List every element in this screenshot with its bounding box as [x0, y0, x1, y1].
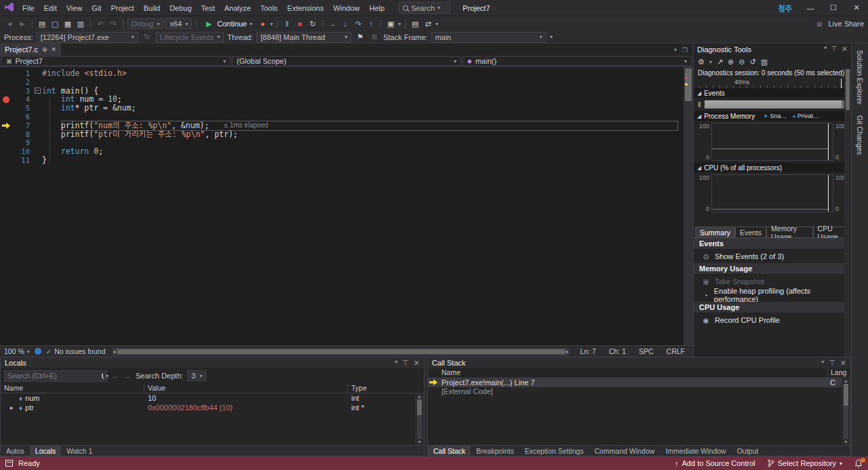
- stop-debugging-icon[interactable]: ■: [294, 20, 305, 28]
- call-stack-frame[interactable]: [External Code]: [428, 387, 850, 397]
- search-back-icon[interactable]: ←: [111, 372, 119, 380]
- show-threads-icon[interactable]: ≣: [369, 33, 380, 41]
- float-window-icon[interactable]: ❐: [682, 47, 688, 54]
- locals-search-input[interactable]: [7, 372, 99, 380]
- close-tab-icon[interactable]: ✕: [51, 46, 56, 53]
- close-button[interactable]: ✕: [845, 0, 868, 16]
- column-header-value[interactable]: Value: [144, 383, 348, 393]
- scroll-down-icon[interactable]: ▼: [844, 439, 848, 444]
- memory-graph[interactable]: 1000 1000: [694, 121, 851, 163]
- search-forward-icon[interactable]: →: [124, 372, 132, 380]
- show-events-link[interactable]: ⊙ Show Events (2 of 3): [694, 250, 851, 263]
- tab-exception-settings[interactable]: Exception Settings: [519, 446, 589, 456]
- menu-extensions[interactable]: Extensions: [283, 2, 329, 14]
- process-combo[interactable]: [12264] Project7.exe▾: [37, 32, 138, 43]
- process-step-icon[interactable]: ↻: [142, 33, 153, 41]
- notifications-button[interactable]: [854, 459, 863, 468]
- nav-back-icon[interactable]: ◄: [4, 20, 15, 28]
- menu-debug[interactable]: Debug: [165, 2, 196, 14]
- pin-icon[interactable]: ⊤: [402, 359, 409, 368]
- configuration-combo[interactable]: Debug▾: [127, 18, 163, 29]
- open-file-icon[interactable]: ▢: [50, 20, 60, 28]
- eol-indicator[interactable]: CRLF: [663, 347, 689, 355]
- column-header-name[interactable]: Name: [1, 383, 144, 393]
- diag-tab-events[interactable]: Events: [735, 227, 766, 237]
- stack-frame-combo[interactable]: main▾: [431, 32, 547, 43]
- hot-reload-icon[interactable]: ●: [257, 20, 268, 28]
- close-icon[interactable]: ✕: [842, 45, 848, 54]
- document-health-icon[interactable]: [35, 348, 41, 355]
- menu-analyze[interactable]: Analyze: [220, 2, 256, 14]
- menu-project[interactable]: Project: [106, 2, 138, 14]
- diag-tab-summary[interactable]: Summary: [695, 227, 735, 237]
- editor-vertical-scrollbar[interactable]: [684, 67, 693, 345]
- diagnostics-scrollbar[interactable]: [844, 68, 851, 357]
- menu-tools[interactable]: Tools: [256, 2, 283, 14]
- platform-combo[interactable]: x64▾: [165, 18, 192, 29]
- toolbar-overflow-icon[interactable]: ▾: [550, 34, 553, 40]
- breakpoint-margin[interactable]: [0, 123, 12, 129]
- side-tab-git-changes[interactable]: Git Changes: [856, 115, 864, 155]
- call-stack-scrollbar[interactable]: ▲ ▼: [842, 378, 850, 445]
- tab-watch-1[interactable]: Watch 1: [61, 446, 98, 456]
- chevron-down-icon[interactable]: ▾: [824, 45, 827, 54]
- pin-icon[interactable]: ⊤: [829, 359, 835, 368]
- zoom-in-icon[interactable]: ⊕: [728, 58, 734, 66]
- menu-view[interactable]: View: [62, 2, 87, 14]
- chevron-down-icon[interactable]: ▾: [395, 359, 397, 368]
- side-tab-solution-explorer[interactable]: Solution Explorer: [856, 50, 864, 104]
- chevron-down-icon[interactable]: ▾: [821, 359, 824, 368]
- tab-call-stack[interactable]: Call Stack: [428, 446, 471, 456]
- lifecycle-events-combo[interactable]: Lifecycle Events▾: [156, 32, 224, 43]
- editor-horizontal-scrollbar[interactable]: ◂ ▸: [113, 348, 568, 355]
- locals-search-box[interactable]: ▾: [4, 370, 107, 382]
- menu-build[interactable]: Build: [139, 2, 165, 14]
- flag-threads-icon[interactable]: ⚑: [355, 33, 366, 41]
- chart-icon[interactable]: ▥: [761, 58, 768, 66]
- scroll-up-icon[interactable]: ▲: [844, 378, 848, 383]
- events-section-header[interactable]: ◢ Events: [694, 88, 851, 98]
- locals-row[interactable]: ♦num10int: [1, 393, 424, 403]
- breakpoint-icon[interactable]: [3, 96, 9, 103]
- step-into-icon[interactable]: ↓: [340, 20, 351, 28]
- pin-icon[interactable]: ⊕: [42, 46, 47, 53]
- document-tab[interactable]: Project7.c ⊕ ✕: [0, 43, 61, 56]
- column-header-type[interactable]: Type: [348, 383, 424, 393]
- maximize-button[interactable]: ☐: [822, 0, 845, 16]
- attach-icon[interactable]: ⇄: [422, 20, 433, 28]
- menu-file[interactable]: File: [18, 2, 39, 14]
- export-icon[interactable]: ↗: [717, 58, 723, 66]
- code-area[interactable]: 1#include <stdio.h>23−int main() {4 int …: [0, 67, 684, 345]
- minimize-button[interactable]: —: [799, 0, 822, 16]
- live-share-button[interactable]: ☺ Live Share: [814, 20, 864, 28]
- continue-button[interactable]: ▶ Continue ▾: [201, 20, 255, 28]
- undo-icon[interactable]: ↶: [95, 20, 106, 28]
- tab-locals[interactable]: Locals: [30, 446, 61, 456]
- search-box[interactable]: Search ▾: [399, 2, 450, 14]
- menu-test[interactable]: Test: [197, 2, 220, 14]
- code-line[interactable]: 1#include <stdio.h>: [0, 69, 684, 78]
- find-in-files-icon[interactable]: ▣: [385, 20, 396, 28]
- tab-breakpoints[interactable]: Breakpoints: [471, 446, 519, 456]
- process-memory-section-header[interactable]: ◢ Process Memory ▼ Sna… ● Privat…: [694, 111, 851, 121]
- scroll-down-icon[interactable]: ▼: [417, 439, 422, 444]
- select-repository-button[interactable]: Select Repository ▾: [768, 459, 842, 467]
- heap-profiling-link[interactable]: ◔ Enable heap profiling (affects perform…: [694, 288, 851, 302]
- tab-list-chevron-icon[interactable]: ▾: [674, 47, 677, 54]
- zoom-out-icon[interactable]: ⊖: [738, 58, 745, 66]
- scope-dropdown[interactable]: (Global Scope)▾: [232, 56, 461, 66]
- tab-command-window[interactable]: Command Window: [589, 446, 660, 456]
- break-all-icon[interactable]: ‖: [281, 20, 292, 28]
- new-file-icon[interactable]: ▤: [37, 20, 47, 28]
- step-out-icon[interactable]: ↑: [366, 20, 376, 28]
- method-dropdown[interactable]: ◆ main()▾: [462, 56, 692, 66]
- scroll-left-icon[interactable]: ◂: [113, 349, 115, 355]
- search-depth-combo[interactable]: 3▾: [187, 370, 206, 381]
- zoom-control[interactable]: 100 %▾: [4, 347, 30, 355]
- save-all-icon[interactable]: ▥: [75, 20, 86, 28]
- menu-git[interactable]: Git: [87, 2, 106, 14]
- cpu-section-header[interactable]: ◢ CPU (% of all processors): [694, 163, 851, 172]
- breakpoint-margin[interactable]: [0, 96, 12, 103]
- output-window-icon[interactable]: [5, 460, 13, 467]
- scroll-up-icon[interactable]: ▲: [417, 394, 422, 399]
